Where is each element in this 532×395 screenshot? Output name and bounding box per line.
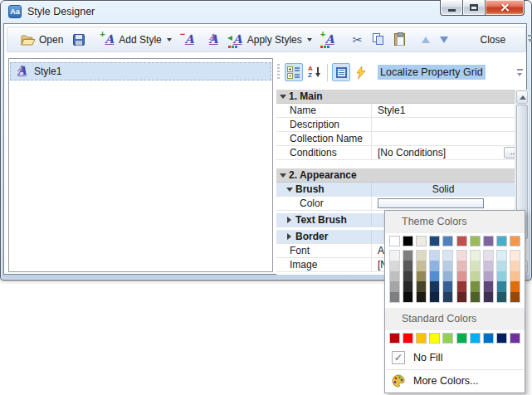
property-toolbar-overflow-button[interactable] bbox=[516, 66, 525, 80]
color-variant-swatch[interactable] bbox=[497, 261, 506, 271]
color-swatch[interactable] bbox=[470, 333, 481, 344]
color-variant-swatch[interactable] bbox=[497, 292, 506, 302]
color-variant-swatch[interactable] bbox=[510, 251, 520, 261]
color-variant-swatch[interactable] bbox=[471, 292, 480, 302]
color-variant-swatch[interactable] bbox=[457, 281, 466, 291]
color-swatch[interactable] bbox=[403, 236, 413, 246]
color-swatch[interactable] bbox=[496, 236, 507, 246]
categorized-view-button[interactable] bbox=[285, 63, 303, 81]
category-appearance[interactable]: 2. Appearance bbox=[276, 168, 529, 183]
no-fill-checkbox[interactable]: ✓ bbox=[392, 351, 405, 364]
color-variant-swatch[interactable] bbox=[390, 251, 399, 261]
color-variant-swatch[interactable] bbox=[471, 271, 480, 281]
color-swatch[interactable] bbox=[416, 333, 427, 344]
color-variant-swatch[interactable] bbox=[443, 281, 452, 291]
color-variant-swatch[interactable] bbox=[417, 292, 426, 302]
minimize-button[interactable] bbox=[440, 0, 463, 16]
alphabetical-sort-button[interactable]: A Z bbox=[305, 63, 323, 81]
remove-style-button[interactable]: A − bbox=[178, 31, 200, 49]
color-variant-swatch[interactable] bbox=[510, 281, 520, 291]
color-swatch[interactable] bbox=[442, 236, 453, 246]
property-row-conditions[interactable]: Conditions [No Conditions] ... bbox=[276, 146, 529, 160]
color-swatch[interactable] bbox=[483, 333, 494, 344]
paste-button[interactable] bbox=[390, 31, 409, 48]
color-variant-swatch[interactable] bbox=[417, 281, 426, 291]
color-variant-swatch[interactable] bbox=[403, 281, 412, 291]
color-swatch[interactable] bbox=[429, 236, 440, 246]
color-variant-swatch[interactable] bbox=[471, 281, 480, 291]
color-variant-swatch[interactable] bbox=[457, 292, 466, 302]
category-main[interactable]: 1. Main bbox=[276, 90, 529, 104]
copy-button[interactable] bbox=[368, 31, 388, 48]
color-variant-swatch[interactable] bbox=[417, 261, 426, 271]
property-value[interactable]: Style1 bbox=[378, 105, 405, 116]
color-swatch[interactable] bbox=[456, 236, 467, 246]
color-swatch[interactable] bbox=[496, 333, 507, 344]
color-swatch[interactable] bbox=[456, 333, 467, 344]
color-variant-swatch[interactable] bbox=[457, 251, 466, 261]
maximize-button[interactable] bbox=[462, 0, 486, 16]
color-value-swatch[interactable] bbox=[378, 198, 484, 208]
color-variant-swatch[interactable] bbox=[497, 251, 506, 261]
color-variant-swatch[interactable] bbox=[403, 251, 412, 261]
color-swatch[interactable] bbox=[510, 333, 520, 344]
color-variant-swatch[interactable] bbox=[430, 292, 439, 302]
move-down-button[interactable] bbox=[436, 34, 452, 46]
color-variant-swatch[interactable] bbox=[510, 261, 520, 271]
add-style-button[interactable]: A + Add Style bbox=[97, 31, 175, 49]
apply-styles-button[interactable]: A Apply Styles bbox=[226, 31, 316, 49]
color-variant-swatch[interactable] bbox=[403, 292, 412, 302]
scroll-up-button[interactable] bbox=[516, 90, 528, 104]
color-swatch[interactable] bbox=[403, 333, 413, 344]
toolbar-grip[interactable] bbox=[277, 64, 280, 80]
more-colors-menu-item[interactable]: More Colors... bbox=[385, 370, 525, 393]
color-variant-swatch[interactable] bbox=[471, 251, 480, 261]
events-button[interactable] bbox=[352, 63, 370, 81]
color-swatch[interactable] bbox=[442, 333, 453, 344]
property-row-color[interactable]: Color bbox=[276, 197, 529, 211]
color-variant-swatch[interactable] bbox=[457, 271, 466, 281]
color-variant-swatch[interactable] bbox=[443, 292, 452, 302]
color-variant-swatch[interactable] bbox=[417, 271, 426, 281]
color-variant-swatch[interactable] bbox=[510, 271, 520, 281]
color-variant-swatch[interactable] bbox=[497, 271, 506, 281]
color-variant-swatch[interactable] bbox=[497, 281, 506, 291]
color-variant-swatch[interactable] bbox=[430, 261, 439, 271]
property-value[interactable]: [No Conditions] bbox=[378, 147, 446, 158]
property-row-name[interactable]: Name Style1 bbox=[276, 104, 529, 118]
save-button[interactable] bbox=[69, 32, 89, 48]
color-variant-swatch[interactable] bbox=[403, 271, 412, 281]
new-applied-style-button[interactable]: A + bbox=[318, 31, 340, 49]
close-dialog-button[interactable]: Close bbox=[461, 32, 526, 48]
color-variant-swatch[interactable] bbox=[417, 251, 426, 261]
color-variant-swatch[interactable] bbox=[443, 251, 452, 261]
property-search-input[interactable]: Localize Property Grid bbox=[378, 65, 486, 80]
property-row-brush[interactable]: Brush Solid bbox=[276, 183, 529, 197]
color-variant-swatch[interactable] bbox=[430, 271, 439, 281]
close-window-button[interactable] bbox=[485, 0, 525, 16]
color-variant-swatch[interactable] bbox=[443, 261, 452, 271]
color-variant-swatch[interactable] bbox=[430, 281, 439, 291]
color-variant-swatch[interactable] bbox=[510, 292, 520, 302]
color-variant-swatch[interactable] bbox=[403, 261, 412, 271]
open-button[interactable]: Open bbox=[17, 32, 67, 48]
property-row-description[interactable]: Description bbox=[276, 118, 529, 132]
color-variant-swatch[interactable] bbox=[484, 261, 493, 271]
color-swatch[interactable] bbox=[389, 236, 400, 246]
color-variant-swatch[interactable] bbox=[484, 271, 493, 281]
edit-style-button[interactable]: A A bbox=[202, 31, 224, 49]
move-up-button[interactable] bbox=[417, 34, 434, 46]
color-variant-swatch[interactable] bbox=[484, 251, 493, 261]
color-swatch[interactable] bbox=[483, 236, 494, 246]
color-swatch[interactable] bbox=[389, 333, 400, 344]
color-variant-swatch[interactable] bbox=[484, 292, 493, 302]
properties-view-button[interactable] bbox=[332, 63, 350, 81]
style-list-item[interactable]: A A Style1 bbox=[10, 62, 271, 80]
color-variant-swatch[interactable] bbox=[457, 261, 466, 271]
color-variant-swatch[interactable] bbox=[390, 292, 399, 302]
color-variant-swatch[interactable] bbox=[484, 281, 493, 291]
color-variant-swatch[interactable] bbox=[390, 281, 399, 291]
color-variant-swatch[interactable] bbox=[471, 261, 480, 271]
property-row-collection-name[interactable]: Collection Name bbox=[276, 132, 529, 146]
cut-button[interactable]: ✂ bbox=[349, 32, 367, 48]
